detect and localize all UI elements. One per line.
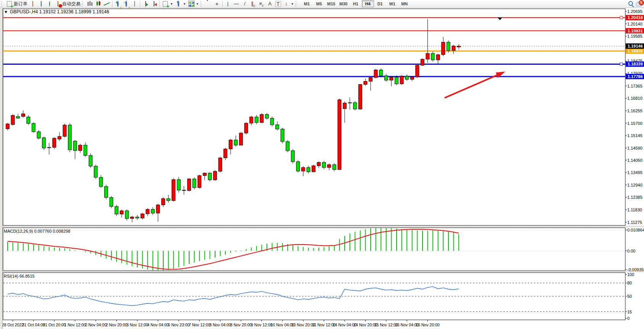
chart-canvas[interactable]: 1.206951.201401.195851.184751.179201.173…: [0, 8, 644, 329]
panel-splitter[interactable]: [3, 271, 644, 272]
candle: [400, 76, 403, 84]
search-icon[interactable]: [628, 1, 633, 6]
timeframe-d1[interactable]: D1: [374, 0, 386, 7]
channel-button[interactable]: ∥E: [249, 0, 257, 8]
line-handle[interactable]: [620, 16, 623, 19]
candle: [6, 124, 10, 129]
timeframe-m30[interactable]: M30: [337, 0, 350, 7]
svg-text:1.19146: 1.19146: [628, 44, 643, 48]
candle: [369, 78, 373, 81]
chart-window: 1.206951.201401.195851.184751.179201.173…: [0, 8, 644, 329]
signals-button[interactable]: [45, 0, 54, 8]
svg-text:14 Nov 20:00: 14 Nov 20:00: [353, 323, 377, 327]
chat-icon[interactable]: 1: [636, 2, 642, 6]
candle: [447, 42, 450, 51]
zoom-out-button[interactable]: –: [122, 0, 130, 8]
cursor-button[interactable]: [204, 0, 213, 8]
line-chart-button[interactable]: [103, 0, 111, 8]
bar-chart-button[interactable]: [86, 0, 94, 8]
timeframe-m1[interactable]: M1: [301, 0, 313, 7]
timeframe-mn[interactable]: MN: [398, 0, 411, 7]
toolbar-grip[interactable]: [201, 1, 203, 7]
candle: [203, 173, 206, 176]
svg-text:1.12385: 1.12385: [627, 195, 642, 200]
svg-text:1.19831: 1.19831: [628, 29, 643, 33]
panel-splitter[interactable]: [3, 226, 644, 227]
timeframe-h4[interactable]: H4: [362, 0, 374, 7]
rsi-label: RSI(14) 66.8515: [4, 274, 35, 278]
chart-title: GBPUSD-,H4 1.19102 1.19236 1.18999 1.191…: [10, 9, 109, 14]
periods-button[interactable]: ▼: [174, 0, 187, 8]
svg-text:-0.009358: -0.009358: [627, 267, 644, 272]
candlestick-chart-button[interactable]: [94, 0, 103, 8]
svg-text:100: 100: [627, 272, 634, 277]
horizontal-line-button[interactable]: —: [232, 0, 241, 8]
candle: [110, 198, 113, 207]
chevron-down-icon: ▼: [170, 2, 173, 6]
candle: [224, 149, 227, 158]
crosshair-button[interactable]: +: [213, 0, 221, 8]
candle: [296, 162, 300, 171]
candle: [239, 133, 243, 145]
templates-button[interactable]: ▼: [187, 0, 200, 8]
svg-text:1.20140: 1.20140: [627, 22, 642, 26]
zoom-in-button[interactable]: +: [114, 0, 122, 8]
candle: [322, 162, 326, 168]
vertical-line-button[interactable]: |: [224, 0, 232, 8]
auto-scroll-button[interactable]: [141, 0, 150, 8]
trendline-button[interactable]: /: [241, 0, 249, 8]
candle: [16, 117, 20, 118]
trendline-icon: /: [242, 1, 248, 7]
tile-windows-button[interactable]: [130, 0, 139, 8]
text-label-button[interactable]: T: [274, 0, 282, 8]
terminal-button[interactable]: [37, 0, 45, 8]
candle: [436, 55, 440, 60]
candlestick-chart-icon: [95, 1, 101, 7]
candle: [379, 70, 383, 76]
auto-trading-button[interactable]: 自动交易: [54, 0, 82, 8]
svg-text:1.16810: 1.16810: [627, 96, 642, 101]
candle: [37, 132, 40, 138]
candle: [53, 138, 56, 147]
styler-button[interactable]: [29, 0, 37, 8]
candle: [27, 117, 30, 123]
chart-shift-button[interactable]: [150, 0, 158, 8]
candle: [416, 65, 419, 77]
candle: [63, 125, 66, 136]
toolbar-grip[interactable]: [82, 1, 85, 7]
arrows-button[interactable]: ↕▼: [282, 0, 295, 8]
candle: [177, 180, 180, 190]
toolbar-separator: [159, 1, 160, 7]
toolbar-grip[interactable]: [296, 1, 298, 7]
candle: [395, 77, 398, 84]
candle: [426, 53, 429, 59]
candle: [307, 168, 310, 172]
candle: [94, 166, 98, 177]
timeframe-m5[interactable]: M5: [313, 0, 325, 7]
svg-text:15: 15: [627, 310, 632, 314]
toolbar-separator: [112, 1, 112, 7]
zoom-out-icon: –: [125, 1, 127, 7]
candle: [115, 206, 118, 214]
text-button[interactable]: A: [266, 0, 274, 8]
candle: [364, 81, 367, 85]
candle: [302, 168, 305, 171]
arrows-icon: ↕: [283, 1, 289, 7]
timeframe-group: M1M5M15M30H1H4D1W1MN: [301, 0, 411, 7]
new-order-button[interactable]: 新订单: [5, 0, 29, 8]
candle: [193, 179, 196, 188]
candle: [390, 77, 393, 80]
timeframe-m15[interactable]: M15: [325, 0, 337, 7]
svg-text:6 Nov 23:00: 6 Nov 23:00: [168, 323, 190, 327]
line-handle[interactable]: [620, 63, 623, 65]
fibonacci-button[interactable]: ≡F: [257, 0, 266, 8]
chart-dropdown-icon[interactable]: ▼: [4, 10, 8, 14]
toolbar-grip[interactable]: [1, 1, 4, 7]
candle: [250, 117, 253, 123]
timeframe-w1[interactable]: W1: [386, 0, 398, 7]
indicators-button[interactable]: ▼: [161, 0, 174, 8]
candle: [89, 155, 92, 166]
candle: [208, 173, 212, 180]
candle: [244, 123, 248, 133]
timeframe-h1[interactable]: H1: [350, 0, 362, 7]
